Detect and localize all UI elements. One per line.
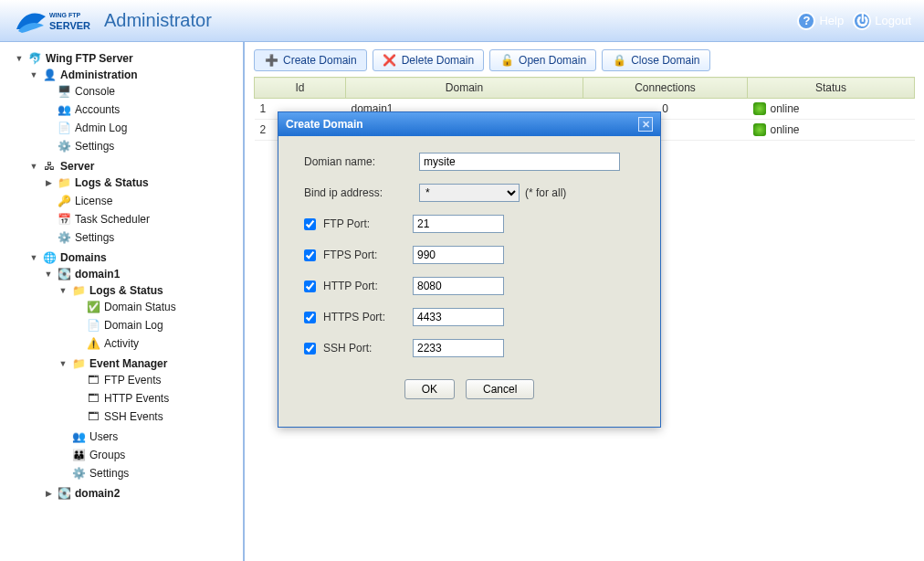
create-domain-dialog: Create Domain ✕ Domian name: Bind ip add… [278,111,661,428]
tree-http-events[interactable]: 🗔HTTP Events [73,391,239,406]
logout-button[interactable]: ⏻ Logout [853,12,911,30]
domain-name-input[interactable] [419,153,620,171]
ftps-port-checkbox[interactable] [304,249,316,261]
ftp-port-label: FTP Port: [323,217,413,230]
app-logo: WING FTP SERVER [13,5,93,37]
tree-admin-log[interactable]: 📄Admin Log [44,121,239,135]
create-domain-button[interactable]: ➕Create Domain [254,49,367,71]
tree-d1-settings[interactable]: ⚙️Settings [58,466,239,481]
globe-icon: 🌐 [42,250,57,265]
tree-server-settings[interactable]: ⚙️Settings [44,230,239,245]
log-icon: 📄 [86,318,100,333]
tree-users[interactable]: 👥Users [58,429,239,444]
settings-icon: ⚙️ [57,139,71,153]
logo-icon: 🐬 [27,51,42,66]
logout-label: Logout [875,14,911,27]
app-header: WING FTP SERVER Administrator ? Help ⏻ L… [0,0,924,42]
dialog-close-button[interactable]: ✕ [638,117,653,132]
tree-domains[interactable]: ▼🌐Domains [29,250,239,265]
tree-domain-log[interactable]: 📄Domain Log [73,318,239,333]
activity-icon: ⚠️ [86,336,100,351]
dialog-ok-button[interactable]: OK [404,379,455,399]
server-icon: 🖧 [42,159,57,174]
calendar-icon: 📅 [57,212,71,227]
ssh-port-checkbox[interactable] [304,343,316,355]
ssh-port-label: SSH Port: [323,342,413,355]
settings-icon: ⚙️ [71,466,86,481]
tree-domain-status[interactable]: ✅Domain Status [73,300,239,314]
main-panel: ➕Create Domain ❌Delete Domain 🔓Open Doma… [245,42,924,561]
logo-text-top: WING FTP [49,12,81,18]
folder-icon: 📁 [71,356,86,371]
close-domain-button[interactable]: 🔒Close Domain [602,49,709,71]
col-connections[interactable]: Connections [583,78,748,99]
tree-admin-settings[interactable]: ⚙️Settings [44,139,239,153]
help-icon: ? [797,12,815,30]
tree-server[interactable]: ▼🖧Server [29,159,239,174]
https-port-input[interactable] [413,308,504,326]
logo-text-bottom: SERVER [49,20,90,31]
https-port-checkbox[interactable] [304,312,316,323]
domain-name-label: Domian name: [304,155,419,168]
dialog-titlebar[interactable]: Create Domain ✕ [278,112,660,136]
tree-administration[interactable]: ▼👤Administration [29,68,239,82]
ftp-port-checkbox[interactable] [304,218,316,230]
status-badge: online [753,102,909,115]
bind-ip-label: Bind ip address: [304,186,419,199]
tree-event-manager[interactable]: ▼📁Event Manager [58,356,239,371]
event-icon: 🗔 [86,373,100,387]
help-button[interactable]: ? Help [797,12,844,30]
tree-task-scheduler[interactable]: 📅Task Scheduler [44,212,239,227]
close-icon-btn: 🔒 [612,53,626,68]
ftps-port-input[interactable] [413,246,504,264]
bind-ip-select[interactable]: * [419,184,520,202]
user-icon: 👤 [42,68,57,82]
tree-groups[interactable]: 👪Groups [58,448,239,462]
dialog-title: Create Domain [286,118,363,131]
ssh-port-input[interactable] [413,339,504,357]
open-domain-button[interactable]: 🔓Open Domain [489,49,596,71]
dialog-cancel-button[interactable]: Cancel [466,379,534,399]
event-icon: 🗔 [86,409,100,424]
tree-ssh-events[interactable]: 🗔SSH Events [73,409,239,424]
tree-license[interactable]: 🔑License [44,194,239,208]
domain-toolbar: ➕Create Domain ❌Delete Domain 🔓Open Doma… [254,49,915,71]
tree-activity[interactable]: ⚠️Activity [73,336,239,351]
tree-ftp-events[interactable]: 🗔FTP Events [73,373,239,387]
tree-console[interactable]: 🖥️Console [44,84,239,99]
key-icon: 🔑 [57,194,71,208]
page-title: Administrator [104,10,212,31]
tree-root[interactable]: ▼🐬Wing FTP Server [15,51,239,66]
status-icon: ✅ [86,300,100,314]
delete-icon: ❌ [383,53,397,68]
col-id[interactable]: Id [255,78,346,99]
groups-icon: 👪 [71,448,86,462]
folder-icon: 📁 [71,283,86,298]
tree-domain1[interactable]: ▼💽domain1 [44,267,239,281]
col-domain[interactable]: Domain [346,78,583,99]
event-icon: 🗔 [86,391,100,406]
https-port-label: HTTPS Port: [323,311,413,323]
header-right: ? Help ⏻ Logout [797,12,911,30]
ftp-port-input[interactable] [413,215,504,233]
header-left: WING FTP SERVER Administrator [13,5,212,37]
tree-domain2[interactable]: ▶💽domain2 [44,486,239,501]
settings-icon: ⚙️ [57,230,71,245]
http-port-checkbox[interactable] [304,280,316,292]
folder-icon: 📁 [57,175,71,190]
disk-icon: 💽 [57,486,71,501]
nav-tree: ▼🐬Wing FTP Server ▼👤Administration 🖥️Con… [0,42,245,561]
http-port-input[interactable] [413,277,504,295]
online-icon [753,123,766,136]
tree-accounts[interactable]: 👥Accounts [44,102,239,117]
tree-d1-logs-status[interactable]: ▼📁Logs & Status [58,283,239,298]
delete-domain-button[interactable]: ❌Delete Domain [373,49,484,71]
bind-ip-hint: (* for all) [525,186,566,199]
online-icon [753,102,766,115]
status-badge: online [753,123,909,136]
power-icon: ⏻ [853,12,871,30]
http-port-label: HTTP Port: [323,280,413,292]
col-status[interactable]: Status [748,78,915,99]
tree-server-logs-status[interactable]: ▶📁Logs & Status [44,175,239,190]
help-label: Help [819,14,844,27]
